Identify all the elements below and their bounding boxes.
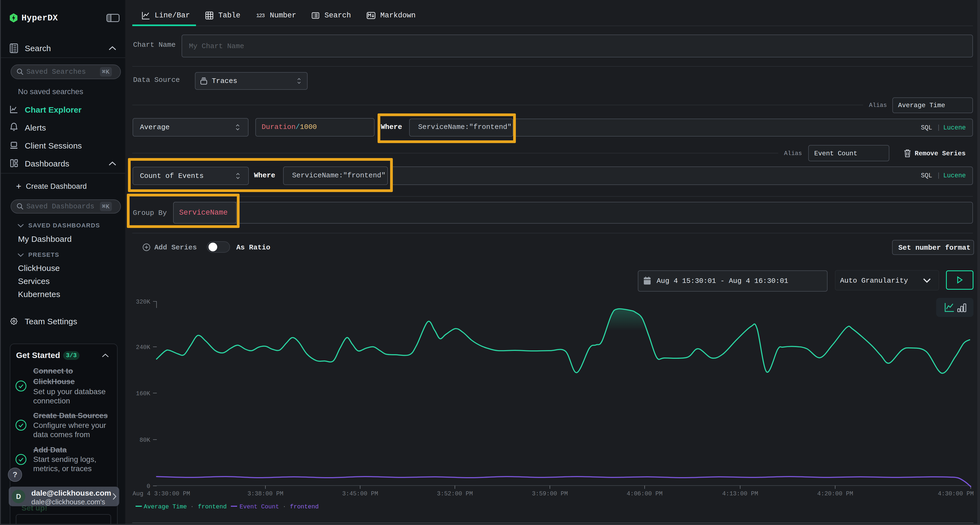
svg-text:Event Count: Event Count bbox=[240, 503, 279, 510]
svg-text:4:06:00 PM: 4:06:00 PM bbox=[627, 490, 663, 497]
svg-text:320K: 320K bbox=[136, 299, 151, 306]
svg-text:160K: 160K bbox=[136, 390, 151, 397]
svg-text:Aug 4 3:30:00 PM: Aug 4 3:30:00 PM bbox=[132, 490, 190, 497]
svg-text:frontend: frontend bbox=[290, 503, 319, 510]
svg-text:80K: 80K bbox=[139, 437, 150, 444]
svg-text:3:59:00 PM: 3:59:00 PM bbox=[532, 490, 568, 497]
svg-text:0: 0 bbox=[147, 483, 150, 490]
svg-text:4:30:00 PM: 4:30:00 PM bbox=[938, 490, 974, 497]
svg-text:3:38:00 PM: 3:38:00 PM bbox=[247, 490, 283, 497]
svg-text:·: · bbox=[283, 503, 286, 510]
svg-text:·: · bbox=[190, 503, 194, 510]
svg-text:4:20:00 PM: 4:20:00 PM bbox=[817, 490, 853, 497]
svg-text:3:45:00 PM: 3:45:00 PM bbox=[342, 490, 378, 497]
svg-text:240K: 240K bbox=[136, 344, 151, 351]
svg-text:3:52:00 PM: 3:52:00 PM bbox=[437, 490, 473, 497]
svg-text:Average Time: Average Time bbox=[144, 503, 187, 510]
svg-text:4:13:00 PM: 4:13:00 PM bbox=[722, 490, 758, 497]
svg-text:frontend: frontend bbox=[198, 503, 227, 510]
